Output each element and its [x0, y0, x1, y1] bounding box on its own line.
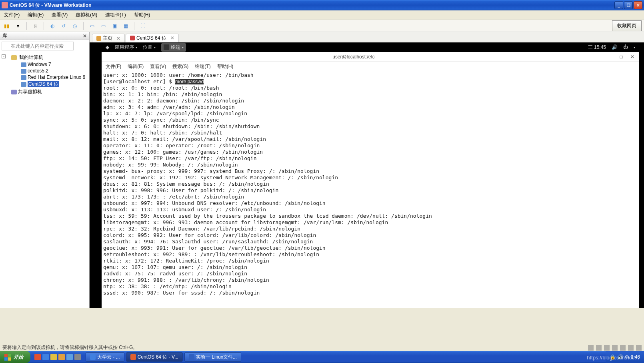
- close-button[interactable]: ✕: [634, 1, 642, 9]
- term-menu-terminal[interactable]: 终端(T): [195, 63, 210, 70]
- grab-input-icon[interactable]: ⎘: [31, 22, 40, 30]
- term-menu-edit[interactable]: 编辑(E): [128, 63, 144, 70]
- computer-icon: [11, 55, 17, 60]
- tree-vm-windows7[interactable]: Windows 7: [2, 61, 88, 68]
- gnome-time[interactable]: 三 15:45: [588, 44, 606, 51]
- terminal-close-icon[interactable]: ✕: [630, 54, 635, 60]
- ql-more-icon[interactable]: [74, 354, 81, 360]
- terminal-menubar: 文件(F) 编辑(E) 查看(V) 搜索(S) 终端(T) 帮助(H): [102, 62, 639, 71]
- gnome-power-icon[interactable]: ⏻: [623, 44, 628, 50]
- shared-icon: [11, 90, 17, 94]
- taskbar-item-word[interactable]: 实验一 Linux文件...: [184, 352, 241, 362]
- guest-display[interactable]: ◆ 应用程序▾ 位置▾ 终端▾ 三 15:45 🔊 ⏻ ▾ user@local…: [90, 42, 644, 308]
- device-net-icon[interactable]: [604, 345, 610, 351]
- tab-centos64[interactable]: CentOS 64 位 ✕: [126, 34, 179, 42]
- thumbnail-icon[interactable]: ▦: [121, 22, 130, 30]
- bookmark-button[interactable]: 收藏网页: [612, 20, 642, 31]
- menu-help[interactable]: 帮助(H): [132, 11, 152, 19]
- gnome-volume-icon[interactable]: 🔊: [612, 44, 618, 50]
- app-icon: [2, 2, 8, 8]
- term-menu-view[interactable]: 查看(V): [150, 63, 166, 70]
- unity-icon[interactable]: ▣: [110, 22, 119, 30]
- tree-vm-rhel6[interactable]: Red Hat Enterprise Linux 6: [2, 74, 88, 80]
- tree-vm-centos64[interactable]: CentOS 64 位: [2, 80, 88, 88]
- tray-icon[interactable]: 🔒: [610, 354, 616, 360]
- windows-taskbar: 开始 大学云 - ... CentOS 64 位 - V... 实验一 Linu…: [0, 351, 644, 363]
- terminal-maximize-icon[interactable]: □: [618, 54, 624, 60]
- gnome-active-app[interactable]: 终端▾: [161, 43, 186, 52]
- tray-icon[interactable]: 🔊: [617, 354, 623, 360]
- vm-icon: [21, 69, 26, 74]
- menu-file[interactable]: 文件(F): [2, 11, 21, 19]
- quicklaunch: [30, 354, 85, 360]
- gnome-activities-icon[interactable]: ◆: [106, 44, 109, 50]
- device-hdd-icon[interactable]: [588, 345, 594, 351]
- maximize-button[interactable]: ❐: [624, 1, 633, 9]
- ql-chrome-icon[interactable]: [34, 354, 41, 360]
- menubar: 文件(F) 编辑(E) 查看(V) 虚拟机(M) 选项卡(T) 帮助(H): [0, 10, 644, 20]
- library-panel: 库 ✕ 🔍 − 我的计算机 Windows 7 centos5.2 Red Ha…: [0, 32, 90, 308]
- menu-vm[interactable]: 虚拟机(M): [74, 11, 99, 19]
- menu-tabs[interactable]: 选项卡(T): [104, 11, 127, 19]
- taskbar-item-vmware[interactable]: CentOS 64 位 - V...: [126, 352, 183, 362]
- device-usb-icon[interactable]: [612, 345, 618, 351]
- vm-icon: [21, 82, 26, 87]
- tab-close-icon[interactable]: ✕: [116, 36, 120, 41]
- snapshot-icon[interactable]: ◐: [48, 22, 57, 30]
- menu-edit[interactable]: 编辑(E): [26, 11, 45, 19]
- start-button[interactable]: 开始: [0, 351, 30, 363]
- tab-close-icon[interactable]: ✕: [170, 35, 174, 41]
- revert-icon[interactable]: ↺: [59, 22, 68, 30]
- terminal-title: user@localhost:/etc: [106, 54, 602, 60]
- library-close-icon[interactable]: ✕: [83, 33, 87, 39]
- tree-shared-vms[interactable]: 共享虚拟机: [2, 88, 88, 96]
- minimize-button[interactable]: _: [614, 1, 623, 9]
- library-search-input[interactable]: [2, 42, 74, 50]
- terminal-minimize-icon[interactable]: —: [607, 54, 613, 60]
- console-view-icon[interactable]: ▭: [88, 22, 96, 30]
- library-title: 库: [2, 32, 7, 39]
- term-menu-file[interactable]: 文件(F): [106, 63, 121, 70]
- window-title: CentOS 64 位 - VMware Workstation: [10, 2, 614, 9]
- device-cd-icon[interactable]: [596, 345, 602, 351]
- gnome-applications-menu[interactable]: 应用程序▾: [115, 44, 137, 51]
- terminal-titlebar[interactable]: user@localhost:/etc — □ ✕: [102, 52, 639, 62]
- window-titlebar: CentOS 64 位 - VMware Workstation _ ❐ ✕: [0, 0, 644, 10]
- app-icon: [90, 354, 96, 360]
- term-menu-search[interactable]: 搜索(S): [172, 63, 188, 70]
- content-area: 主页 ✕ CentOS 64 位 ✕ ◆ 应用程序▾ 位置▾ 终端▾ 三 15:…: [90, 32, 644, 308]
- gnome-topbar: ◆ 应用程序▾ 位置▾ 终端▾ 三 15:45 🔊 ⏻ ▾: [102, 42, 639, 52]
- device-sound-icon[interactable]: [620, 345, 626, 351]
- ql-explorer-icon[interactable]: [50, 354, 57, 360]
- terminal-body[interactable]: user: x: 1000: 1000: user: /home/user: /…: [102, 71, 639, 308]
- ql-folder-icon[interactable]: [58, 354, 65, 360]
- status-bar: 要将输入定向到该虚拟机，请将鼠标指针移入其中或按 Ctrl+G。: [0, 344, 644, 351]
- gnome-places-menu[interactable]: 位置▾: [143, 44, 156, 51]
- home-icon: [96, 36, 101, 41]
- app-icon: [189, 354, 194, 360]
- tree-collapse-icon[interactable]: −: [2, 54, 6, 58]
- tree-my-computer[interactable]: − 我的计算机: [2, 54, 88, 61]
- power-dropdown-icon[interactable]: ▾: [14, 22, 22, 30]
- gnome-usermenu-icon[interactable]: ▾: [634, 46, 635, 49]
- term-menu-help[interactable]: 帮助(H): [217, 63, 234, 70]
- app-icon: [130, 354, 136, 360]
- vm-icon: [21, 62, 26, 67]
- system-tray[interactable]: 🔒 🔊 ⚙ 9:46: [606, 351, 644, 363]
- device-printer-icon[interactable]: [628, 345, 634, 351]
- vm-icon: [21, 75, 26, 80]
- tray-icon[interactable]: ⚙: [625, 354, 629, 360]
- ql-ie-icon[interactable]: [42, 354, 49, 360]
- tree-vm-centos52[interactable]: centos5.2: [2, 68, 88, 74]
- terminal-icon: [164, 44, 169, 50]
- manage-snapshot-icon[interactable]: ◷: [70, 22, 79, 30]
- multimon-icon[interactable]: ▭: [99, 22, 108, 30]
- device-display-icon[interactable]: [636, 345, 642, 351]
- taskbar-item-cloud[interactable]: 大学云 - ...: [86, 352, 124, 362]
- menu-view[interactable]: 查看(V): [50, 11, 69, 19]
- toolbar: ▮▮ ▾ ⎘ ◐ ↺ ◷ ▭ ▭ ▣ ▦ ⛶ 收藏网页: [0, 20, 644, 32]
- fullscreen-icon[interactable]: ⛶: [138, 22, 147, 30]
- ql-app-icon[interactable]: [66, 354, 73, 360]
- power-on-icon[interactable]: ▮▮: [2, 22, 11, 30]
- tab-home[interactable]: 主页 ✕: [92, 34, 125, 42]
